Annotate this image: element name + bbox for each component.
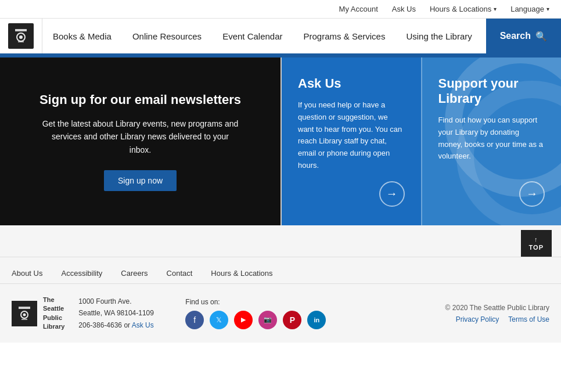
hours-locations-link[interactable]: Hours & Locations ▾ bbox=[430, 5, 497, 13]
ask-us-link[interactable]: Ask Us bbox=[392, 5, 416, 13]
youtube-icon[interactable]: ▶ bbox=[234, 311, 253, 329]
main-nav: Books & Media Online Resources Event Cal… bbox=[0, 19, 561, 55]
footer-social: Find us on: f 𝕏 ▶ 📷 P in bbox=[185, 298, 326, 329]
footer-hours-locations[interactable]: Hours & Locations bbox=[211, 269, 272, 278]
nav-using-library[interactable]: Using the Library bbox=[395, 22, 482, 51]
footer-about-us[interactable]: About Us bbox=[12, 269, 42, 278]
terms-of-use-link[interactable]: Terms of Use bbox=[508, 315, 549, 323]
nav-links: Books & Media Online Resources Event Cal… bbox=[42, 19, 486, 53]
nav-online-resources[interactable]: Online Resources bbox=[122, 22, 212, 51]
linkedin-icon[interactable]: in bbox=[307, 311, 326, 329]
address-or: or bbox=[124, 321, 131, 329]
hero-email-panel: Sign up for our email newsletters Get th… bbox=[0, 57, 280, 225]
my-account-link[interactable]: My Account bbox=[339, 5, 378, 13]
footer-logo-icon bbox=[12, 301, 37, 326]
social-icons: f 𝕏 ▶ 📷 P in bbox=[185, 311, 326, 329]
top-bar: My Account Ask Us Hours & Locations ▾ La… bbox=[0, 0, 561, 19]
support-arrow-button[interactable]: → bbox=[519, 181, 545, 207]
footer-logo: TheSeattlePublicLibrary bbox=[12, 296, 64, 332]
nav-programs-services[interactable]: Programs & Services bbox=[293, 22, 396, 51]
hero-askus-panel: Ask Us If you need help or have a questi… bbox=[280, 57, 421, 225]
footer-legal-links: Privacy Policy Terms of Use bbox=[456, 315, 549, 323]
hours-locations-label: Hours & Locations bbox=[430, 5, 491, 13]
find-us-label: Find us on: bbox=[185, 298, 326, 306]
twitter-icon[interactable]: 𝕏 bbox=[210, 311, 228, 329]
language-label: Language bbox=[510, 5, 544, 13]
address-phone: 206-386-4636 bbox=[78, 321, 122, 329]
top-label: TOP bbox=[529, 244, 544, 251]
search-label: Search bbox=[500, 31, 531, 41]
footer-accessibility[interactable]: Accessibility bbox=[61, 269, 102, 278]
address-line1: 1000 Fourth Ave. bbox=[78, 296, 171, 307]
language-link[interactable]: Language ▾ bbox=[510, 5, 549, 13]
support-title: Support your Library bbox=[438, 76, 545, 106]
footer-nav-links: About Us Accessibility Careers Contact H… bbox=[12, 269, 549, 278]
footer-careers[interactable]: Careers bbox=[121, 269, 148, 278]
back-to-top-button[interactable]: ↑ TOP bbox=[521, 230, 552, 257]
footer-nav: About Us Accessibility Careers Contact H… bbox=[0, 257, 561, 283]
copyright-text: © 2020 The Seattle Public Library bbox=[445, 304, 549, 312]
askus-body: If you need help or have a question or s… bbox=[298, 99, 405, 172]
nav-event-calendar[interactable]: Event Calendar bbox=[212, 22, 293, 51]
support-body: Find out how you can support your Librar… bbox=[438, 114, 545, 163]
askus-arrow-button[interactable]: → bbox=[379, 181, 405, 207]
hero-section: Sign up for our email newsletters Get th… bbox=[0, 57, 561, 225]
pinterest-icon[interactable]: P bbox=[283, 311, 301, 329]
top-arrow-icon: ↑ bbox=[534, 236, 538, 243]
facebook-icon[interactable]: f bbox=[185, 311, 204, 329]
top-button-area: ↑ TOP bbox=[0, 225, 561, 257]
email-body: Get the latest about Library events, new… bbox=[42, 117, 239, 156]
footer-ask-us-link[interactable]: Ask Us bbox=[132, 321, 154, 329]
footer-bottom: TheSeattlePublicLibrary 1000 Fourth Ave.… bbox=[0, 283, 561, 343]
footer-contact[interactable]: Contact bbox=[167, 269, 193, 278]
instagram-icon[interactable]: 📷 bbox=[258, 311, 277, 329]
email-title: Sign up for our email newsletters bbox=[39, 92, 241, 109]
chevron-down-icon: ▾ bbox=[546, 6, 549, 12]
address-phone-line: 206-386-4636 or Ask Us bbox=[78, 319, 171, 331]
privacy-policy-link[interactable]: Privacy Policy bbox=[456, 315, 499, 323]
footer-address: 1000 Fourth Ave. Seattle, WA 98104-1109 … bbox=[78, 296, 171, 331]
signup-button[interactable]: Sign up now bbox=[104, 170, 177, 191]
footer-legal: © 2020 The Seattle Public Library Privac… bbox=[445, 304, 549, 323]
hero-support-panel: Support your Library Find out how you ca… bbox=[421, 57, 562, 225]
svg-point-2 bbox=[19, 35, 23, 39]
search-button[interactable]: Search 🔍 bbox=[486, 19, 561, 53]
logo-area[interactable] bbox=[0, 19, 42, 53]
search-icon: 🔍 bbox=[535, 31, 547, 42]
chevron-down-icon: ▾ bbox=[494, 6, 497, 12]
askus-title: Ask Us bbox=[298, 76, 405, 91]
nav-books-media[interactable]: Books & Media bbox=[42, 22, 122, 51]
library-logo bbox=[8, 23, 34, 49]
footer-logo-text: TheSeattlePublicLibrary bbox=[43, 296, 64, 332]
svg-point-5 bbox=[23, 313, 26, 316]
address-line2: Seattle, WA 98104-1109 bbox=[78, 307, 171, 319]
